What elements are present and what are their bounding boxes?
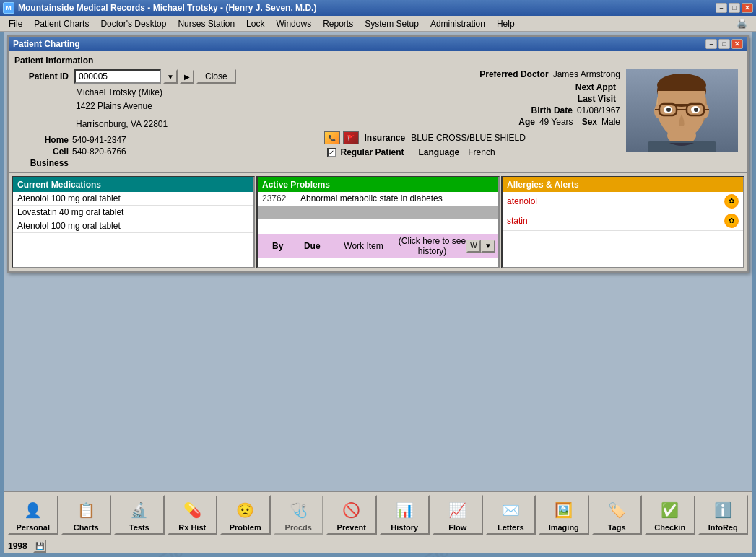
regular-patient-checkbox[interactable]: ✓ [327, 148, 336, 157]
allergy-icon-1[interactable]: ✿ [724, 194, 739, 209]
patient-charting-title: Patient Charting [13, 39, 80, 49]
work-due-label: Due [295, 241, 330, 251]
pc-close-button[interactable]: ✕ [731, 39, 743, 49]
pc-maximize-button[interactable]: □ [718, 39, 730, 49]
allergy-icon-2[interactable]: ✿ [724, 214, 739, 228]
patient-city-state: Harrisonburg, VA 22801 [76, 118, 311, 131]
save-button[interactable]: 💾 [33, 540, 46, 553]
procds-label: Procds [285, 523, 312, 532]
letters-button[interactable]: ✉️ Letters [486, 495, 536, 535]
med-row-3[interactable]: Atenolol 100 mg oral tablet [13, 219, 253, 233]
birth-date: 01/08/1967 [577, 105, 620, 115]
allergy-name-2: statin [507, 216, 528, 226]
cell-label: Cell [14, 146, 72, 157]
patient-info-left: Patient ID ▼ ▶ Close Michael Trotsky (Mi… [14, 69, 311, 170]
menu-reports[interactable]: Reports [317, 17, 359, 30]
work-by-label: By [261, 241, 295, 251]
problem-icon: 😟 [234, 499, 257, 522]
problem-button[interactable]: 😟 Problem [220, 495, 271, 535]
work-btn-down[interactable]: ▼ [481, 240, 495, 253]
allergy-row-1[interactable]: atenolol ✿ [503, 192, 743, 211]
work-btn-w[interactable]: W [466, 240, 481, 253]
prevent-label: Prevent [337, 523, 366, 532]
bottom-toolbar: 👤 Personal 📋 Charts 🔬 Tests 💊 Rx Hist 😟 … [4, 491, 752, 538]
age-value: 49 Years [539, 117, 573, 127]
patient-id-input[interactable] [74, 69, 161, 84]
medications-panel: Current Medications Atenolol 100 mg oral… [12, 176, 255, 268]
preferred-doctor: James Armstrong [553, 69, 620, 79]
phone-icon: 📞 [324, 131, 340, 144]
pc-minimize-button[interactable]: – [705, 39, 717, 49]
glasses-svg [626, 69, 738, 152]
checkin-label: Checkin [654, 523, 685, 532]
personal-button[interactable]: 👤 Personal [8, 495, 58, 535]
regular-patient-label: Regular Patient [341, 147, 404, 157]
cell-phone: 540-820-6766 [72, 146, 311, 157]
menu-system-setup[interactable]: System Setup [359, 17, 425, 30]
tests-label: Tests [129, 523, 149, 532]
allergy-name-1: atenolol [507, 196, 537, 206]
age-label: Age [518, 117, 535, 127]
med-row-1[interactable]: Atenolol 100 mg oral tablet [13, 192, 253, 206]
last-visit-label: Last Visit [578, 94, 616, 104]
problem-row-1[interactable]: 23762 Abnormal metabolic state in diabet… [258, 192, 498, 205]
patient-charting-title-bar: Patient Charting – □ ✕ [9, 37, 747, 51]
menu-nurses-station[interactable]: Nurses Station [172, 17, 240, 30]
charts-button[interactable]: 📋 Charts [61, 495, 112, 535]
insurance-label: Insurance [365, 133, 406, 143]
patient-info-header: Patient Information [14, 56, 742, 66]
inforeq-label: InfoReq [708, 523, 738, 532]
problem-label: Problem [230, 523, 261, 532]
patient-id-dropdown[interactable]: ▼ [163, 69, 178, 84]
procds-button[interactable]: 🩺 Procds [274, 495, 324, 535]
imaging-icon: 🖼️ [552, 499, 575, 522]
minimize-button[interactable]: – [716, 3, 727, 13]
menu-lock[interactable]: Lock [240, 17, 270, 30]
menu-patient-charts[interactable]: Patient Charts [28, 17, 95, 30]
charts-icon: 📋 [74, 499, 97, 522]
history-button[interactable]: 📊 History [380, 495, 430, 535]
status-bar: 1998 💾 [4, 538, 752, 553]
personal-label: Personal [17, 523, 50, 532]
patient-close-button[interactable]: Close [196, 69, 236, 84]
problem-code-1: 23762 [262, 193, 295, 203]
menu-printer-icon[interactable]: 🖨️ [731, 17, 753, 30]
allergy-row-2[interactable]: statin ✿ [503, 211, 743, 231]
work-history-label: (Click here to see history) [398, 236, 466, 256]
problems-gray-bar [258, 206, 498, 219]
allergies-panel: Allergies & Alerts atenolol ✿ statin ✿ [501, 176, 744, 268]
menu-file[interactable]: File [3, 17, 28, 30]
prevent-button[interactable]: 🚫 Prevent [326, 495, 377, 535]
business-label: Business [14, 158, 72, 168]
patient-id-label: Patient ID [14, 71, 72, 82]
flag-icon: 🚩 [343, 131, 359, 144]
flow-button[interactable]: 📈 Flow [433, 495, 483, 535]
menu-administration[interactable]: Administration [425, 17, 491, 30]
allergies-empty [503, 231, 743, 267]
med-row-2[interactable]: Lovastatin 40 mg oral tablet [13, 206, 253, 219]
rx-hist-button[interactable]: 💊 Rx Hist [168, 495, 218, 535]
work-item-label: Work Item [329, 241, 398, 251]
patient-info-section: Patient Information Patient ID ▼ ▶ Close… [9, 51, 747, 173]
patient-id-go-button[interactable]: ▶ [180, 69, 194, 84]
letters-label: Letters [498, 523, 524, 532]
svg-point-14 [694, 108, 698, 112]
problems-header: Active Problems [258, 177, 498, 192]
inforeq-button[interactable]: ℹ️ InfoReq [698, 495, 749, 535]
tags-button[interactable]: 🏷️ Tags [592, 495, 643, 535]
app-title-bar: M Mountainside Medical Records - Michael… [0, 0, 756, 16]
checkin-button[interactable]: ✅ Checkin [645, 495, 695, 535]
next-appt-label: Next Appt [575, 82, 616, 92]
tests-button[interactable]: 🔬 Tests [114, 495, 165, 535]
menu-windows[interactable]: Windows [270, 17, 317, 30]
tests-icon: 🔬 [128, 499, 151, 522]
letters-icon: ✉️ [499, 499, 522, 522]
imaging-button[interactable]: 🖼️ Imaging [539, 495, 589, 535]
charts-label: Charts [74, 523, 99, 532]
menu-doctors-desktop[interactable]: Doctor's Desktop [95, 17, 172, 30]
close-app-button[interactable]: ✕ [742, 3, 753, 13]
maximize-button[interactable]: □ [729, 3, 740, 13]
menu-help[interactable]: Help [491, 17, 521, 30]
prevent-icon: 🚫 [340, 499, 363, 522]
home-label: Home [14, 135, 72, 145]
